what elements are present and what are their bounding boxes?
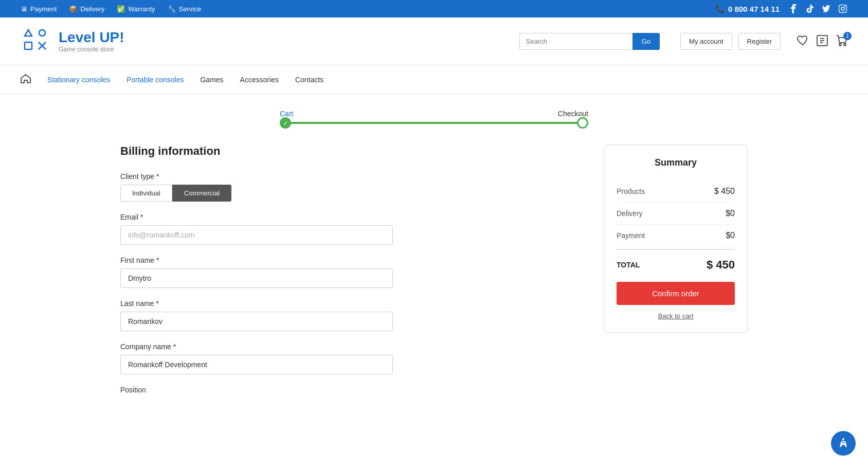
svg-point-12 (839, 44, 841, 46)
top-bar-right: 📞 0 800 47 14 11 (715, 4, 847, 13)
progress-section: Cart Checkout ✓ (120, 110, 748, 124)
logo-subtitle: Game console store (59, 46, 124, 53)
instagram-icon[interactable] (838, 4, 847, 13)
summary-products-row: Products $ 450 (617, 181, 735, 203)
email-group: Email * (120, 213, 583, 245)
progress-dot-checkout (577, 117, 588, 129)
payment-label: Payment (617, 231, 645, 240)
wishlist-icon[interactable] (797, 35, 808, 47)
tiktok-icon[interactable] (805, 4, 815, 13)
company-group: Company name * (120, 343, 583, 374)
social-links (789, 4, 847, 13)
company-input[interactable] (120, 355, 393, 374)
nav-home-icon[interactable] (21, 74, 31, 85)
top-bar: 🖥 Payment 📦 Delivery ✅ Warranty 🔧 Servic… (0, 0, 868, 17)
confirm-order-button[interactable]: Confirm order (617, 282, 735, 305)
header: Level UP! Game console store Go My accou… (0, 17, 868, 65)
delivery-icon: 📦 (69, 5, 77, 13)
header-icons: 1 (797, 35, 847, 48)
delivery-label: Delivery (617, 209, 643, 218)
svg-point-13 (844, 44, 846, 46)
main-content: Cart Checkout ✓ Billing information Clie… (100, 94, 768, 421)
delivery-value: $0 (726, 209, 735, 218)
top-bar-warranty[interactable]: ✅ Warranty (117, 5, 155, 13)
content-layout: Billing information Client type * Indivi… (120, 145, 748, 405)
nav-stationary-consoles[interactable]: Stationary consoles (47, 66, 110, 93)
svg-rect-0 (839, 5, 847, 13)
header-actions: My account Register (680, 33, 781, 50)
firstname-input[interactable] (120, 268, 393, 288)
checkout-label: Checkout (558, 110, 588, 118)
svg-point-4 (39, 30, 45, 36)
position-label: Position (120, 386, 583, 394)
commercial-button[interactable]: Commercial (172, 185, 231, 202)
summary-title: Summary (617, 157, 735, 168)
client-type-label: Client type * (120, 172, 583, 181)
top-bar-delivery[interactable]: 📦 Delivery (69, 5, 104, 13)
company-label: Company name * (120, 343, 583, 351)
total-label: TOTAL (617, 261, 640, 269)
logo[interactable]: Level UP! Game console store (21, 26, 124, 57)
top-bar-links: 🖥 Payment 📦 Delivery ✅ Warranty 🔧 Servic… (21, 5, 201, 13)
billing-title: Billing information (120, 145, 583, 158)
payment-value: $0 (726, 231, 735, 240)
svg-point-2 (845, 6, 846, 7)
lastname-group: Last name * (120, 299, 583, 331)
compare-icon[interactable] (817, 35, 828, 48)
warranty-icon: ✅ (117, 5, 125, 13)
logo-title: Level UP! (59, 29, 124, 46)
client-type-group: Client type * Individual Commercial (120, 172, 583, 202)
products-label: Products (617, 187, 645, 195)
phone-number[interactable]: 📞 0 800 47 14 11 (715, 4, 780, 13)
nav: Stationary consoles Portable consoles Ga… (0, 65, 868, 94)
nav-accessories[interactable]: Accessories (240, 66, 279, 93)
search-input[interactable] (519, 33, 632, 50)
payment-icon: 🖥 (21, 5, 27, 13)
products-value: $ 450 (714, 187, 735, 196)
progress-dot-cart: ✓ (280, 117, 291, 129)
svg-point-1 (841, 7, 844, 10)
nav-contacts[interactable]: Contacts (295, 66, 323, 93)
register-button[interactable]: Register (738, 33, 781, 50)
phone-icon: 📞 (715, 4, 725, 13)
position-group: Position (120, 386, 583, 394)
cart-icon[interactable]: 1 (836, 35, 847, 48)
individual-button[interactable]: Individual (120, 185, 172, 202)
back-to-cart-link[interactable]: Back to cart (617, 312, 735, 320)
firstname-label: First name * (120, 256, 583, 264)
top-bar-service[interactable]: 🔧 Service (168, 5, 201, 13)
search-bar: Go (519, 33, 660, 50)
search-button[interactable]: Go (632, 33, 660, 50)
email-label: Email * (120, 213, 583, 221)
lastname-input[interactable] (120, 312, 393, 331)
total-value: $ 450 (707, 258, 735, 272)
svg-rect-5 (25, 42, 32, 49)
svg-marker-3 (25, 30, 32, 36)
cart-badge: 1 (843, 32, 852, 40)
top-bar-payment[interactable]: 🖥 Payment (21, 5, 57, 13)
progress-track: ✓ (280, 122, 588, 124)
my-account-button[interactable]: My account (680, 33, 732, 50)
facebook-icon[interactable] (789, 4, 798, 13)
cart-label: Cart (280, 110, 293, 118)
email-input[interactable] (120, 225, 393, 245)
nav-games[interactable]: Games (200, 66, 223, 93)
summary-section: Summary Products $ 450 Delivery $0 Payme… (604, 145, 748, 333)
summary-delivery-row: Delivery $0 (617, 203, 735, 225)
nav-portable-consoles[interactable]: Portable consoles (126, 66, 184, 93)
summary-payment-row: Payment $0 (617, 225, 735, 247)
twitter-icon[interactable] (822, 4, 831, 13)
lastname-label: Last name * (120, 299, 583, 308)
billing-form: Billing information Client type * Indivi… (120, 145, 583, 405)
service-icon: 🔧 (168, 5, 176, 13)
firstname-group: First name * (120, 256, 583, 288)
summary-total-row: TOTAL $ 450 (617, 249, 735, 282)
progress-labels: Cart Checkout (280, 110, 588, 118)
client-type-buttons: Individual Commercial (120, 185, 583, 202)
